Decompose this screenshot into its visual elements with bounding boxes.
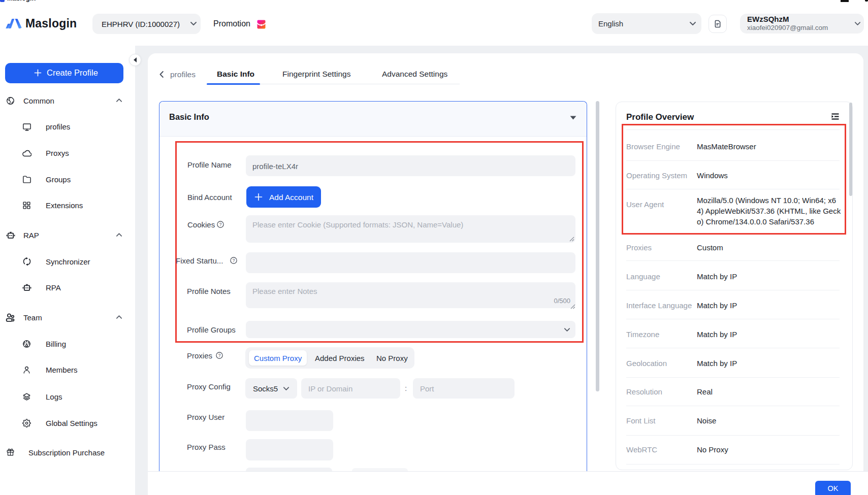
svg-text:?: ? xyxy=(218,353,221,358)
svg-text:?: ? xyxy=(233,258,235,263)
svg-text:?: ? xyxy=(219,222,222,227)
